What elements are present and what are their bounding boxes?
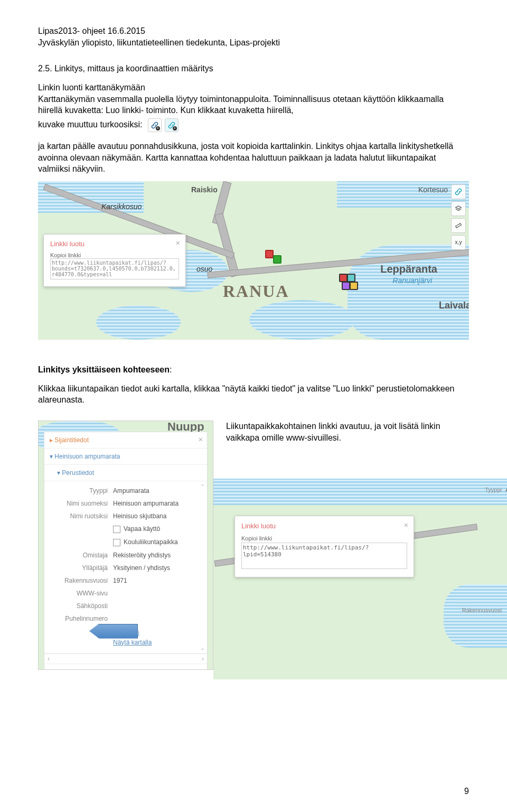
map-marker[interactable] — [265, 250, 274, 258]
section-sijaintitiedot[interactable]: Sijaintitiedot — [44, 432, 207, 449]
close-icon[interactable]: × — [199, 435, 203, 444]
copy-link-label: Kopioi linkki — [241, 535, 407, 543]
section-heading: 2.5. Linkitys, mittaus ja koordinaattien… — [38, 64, 469, 73]
scroll-up-icon[interactable]: ⌃ — [200, 483, 205, 490]
page-number: 9 — [464, 787, 469, 796]
xy-tool-button[interactable]: x,y — [451, 235, 466, 250]
create-link-icon[interactable]: + — [148, 118, 162, 132]
link-created-popup-2: Linkki luotu × Kopioi linkki http://www.… — [234, 516, 414, 577]
section-number: 2.5. — [38, 64, 52, 73]
map-label: Leppäranta — [380, 263, 437, 275]
field-label: Nimi ruotsiksi — [50, 512, 113, 520]
plus-badge-icon: + — [173, 126, 177, 130]
section-title-text: Linkitys, mittaus ja koordinaattien määr… — [54, 64, 213, 73]
section-label: Perustiedot — [62, 469, 94, 477]
p1-tail-text: kuvake muuttuu turkoosiksi: — [38, 120, 142, 129]
details-panel: × Sijaintitiedot Heinisuon ampumarata Pe… — [44, 432, 208, 670]
field-label: Tyyppi — [454, 486, 505, 494]
measure-tool-button[interactable] — [451, 218, 466, 233]
show-on-map-action[interactable]: Näytä kartalla — [113, 638, 202, 647]
map-screenshot-2: Linkki luotu × Kopioi linkki http://www.… — [213, 479, 507, 679]
partial-details-panel: TyyppiAmpumarata ikka Rakennusvuosi1971 — [454, 484, 507, 617]
inline-link-icons: + + — [148, 118, 179, 132]
field-label: Omistaja — [50, 552, 113, 559]
field-label: Puhelinnumero — [50, 615, 113, 622]
section-place-name[interactable]: Heinisuon ampumarata — [44, 449, 207, 465]
row-rakennusvuosi: Rakennusvuosi 1971 — [50, 574, 202, 587]
section-lisatiedot[interactable]: Lisätiedot — [44, 664, 207, 670]
copy-link-label: Kopioi linkki — [50, 252, 179, 258]
field-value: 1971 — [113, 577, 127, 584]
map-label: osuo — [196, 265, 212, 273]
paragraph-1-tail: kuvake muuttuu turkoosiksi: + + — [38, 118, 469, 132]
field-value: Rekisteröity yhdistys — [113, 552, 171, 559]
row-email: Sähköposti — [50, 600, 202, 612]
field-label: Ylläpitäjä — [50, 564, 113, 572]
doc-header-line2: Jyväskylän yliopisto, liikuntatieteellin… — [38, 37, 469, 49]
row-yllapitaja: Ylläpitäjä Yksityinen / yhdistys — [50, 562, 202, 574]
map-marker[interactable] — [339, 274, 348, 282]
field-value: Ampumarata — [113, 487, 149, 494]
map-screenshot-1: Raiskio Kortesuo Karsikkosuo osuo RANUA … — [38, 181, 469, 340]
field-label: Vapaa käyttö — [124, 525, 160, 533]
section2-p2: Liikuntapaikkakohtainen linkki avautuu, … — [226, 421, 469, 443]
field-label: Nimi suomeksi — [50, 500, 113, 507]
plus-badge-icon: + — [156, 126, 160, 130]
map-marker[interactable] — [342, 282, 350, 290]
details-panel-screenshot: Nuupp OV × Sijaintitiedot Heinisuon ampu… — [38, 421, 213, 670]
scroll-right-icon[interactable]: › — [202, 655, 204, 662]
close-icon[interactable]: × — [404, 520, 408, 530]
field-value: Yksityinen / yhdistys — [113, 564, 170, 572]
field-label: Koululiikuntapaikka — [124, 538, 178, 546]
scroll-down-icon[interactable]: ⌄ — [200, 645, 205, 651]
annotation-arrow-icon — [89, 624, 138, 639]
link-url-field[interactable]: http://www.liikuntapaikat.fi/lipas/?boun… — [50, 258, 179, 279]
section-label: Lisätiedot — [62, 668, 89, 670]
map-label: Laivala — [439, 300, 469, 311]
map-label: Ranuanjärvi — [392, 276, 432, 285]
paragraph-1: Linkin luonti karttanäkymään Karttanäkym… — [38, 82, 469, 116]
row-vapaa-kaytto: Vapaa käyttö — [50, 522, 202, 536]
create-link-icon-active[interactable]: + — [165, 118, 179, 132]
row-koululiikunta: Koululiikuntapaikka — [50, 536, 202, 549]
checkbox-vapaa[interactable] — [113, 526, 120, 533]
section-perustiedot[interactable]: Perustiedot — [44, 465, 207, 481]
right-column: Liikuntapaikkakohtainen linkki avautuu, … — [226, 421, 469, 669]
field-label: WWW-sivu — [50, 590, 113, 597]
scroll-left-icon[interactable]: ‹ — [48, 655, 50, 662]
map-marker[interactable] — [350, 282, 358, 290]
popup-title: Linkki luotu — [50, 240, 179, 248]
field-label: Tyyppi — [50, 487, 113, 494]
map-marker[interactable] — [347, 274, 355, 282]
perustiedot-form: ⌃ Tyyppi Ampumarata Nimi suomeksi Heinis… — [44, 481, 207, 654]
map-label: Karsikkosuo — [101, 202, 142, 211]
link-tool-button[interactable] — [451, 184, 466, 199]
field-label: Rakennusvuosi — [50, 577, 113, 584]
popup-title: Linkki luotu — [241, 521, 407, 531]
row-omistaja: Omistaja Rekisteröity yhdistys — [50, 549, 202, 562]
row-nimi-suomeksi: Nimi suomeksi Heinisuon ampumarata — [50, 497, 202, 510]
paragraph-2: ja kartan päälle avautuu ponnahdusikkuna… — [38, 141, 469, 175]
section2-p1: Klikkaa liikuntapaikan tiedot auki karta… — [38, 383, 469, 406]
row-puhelin: Puhelinnumero — [50, 612, 202, 625]
field-label: Sähköposti — [50, 602, 113, 610]
row-tyyppi: Tyyppi Ampumarata — [50, 484, 202, 497]
horizontal-scroll[interactable]: ‹ › — [44, 654, 207, 664]
map-label: Raiskio — [191, 185, 218, 194]
link-url-field[interactable]: http://www.liikuntapaikat.fi/lipas/?lpid… — [241, 543, 407, 569]
map-tool-panel: x,y — [451, 184, 466, 250]
checkbox-koulu[interactable] — [113, 539, 120, 546]
section-label: Heinisuon ampumarata — [54, 453, 120, 460]
layers-tool-button[interactable] — [451, 201, 466, 216]
link-created-popup: Linkki luotu × Kopioi linkki http://www.… — [43, 234, 186, 287]
row-nimi-ruotsiksi: Nimi ruotsiksi Heinisuo skjutbana — [50, 510, 202, 522]
map-label: Kortesuo — [418, 185, 448, 194]
svg-rect-0 — [456, 223, 462, 228]
field-value: Heinisuo skjutbana — [113, 512, 166, 520]
field-value: Heinisuon ampumarata — [113, 500, 179, 507]
section-label: Sijaintitiedot — [54, 436, 89, 444]
map-marker[interactable] — [273, 255, 281, 264]
row-www: WWW-sivu — [50, 587, 202, 600]
close-icon[interactable]: × — [176, 239, 180, 247]
map-city-label: RANUA — [223, 282, 289, 301]
